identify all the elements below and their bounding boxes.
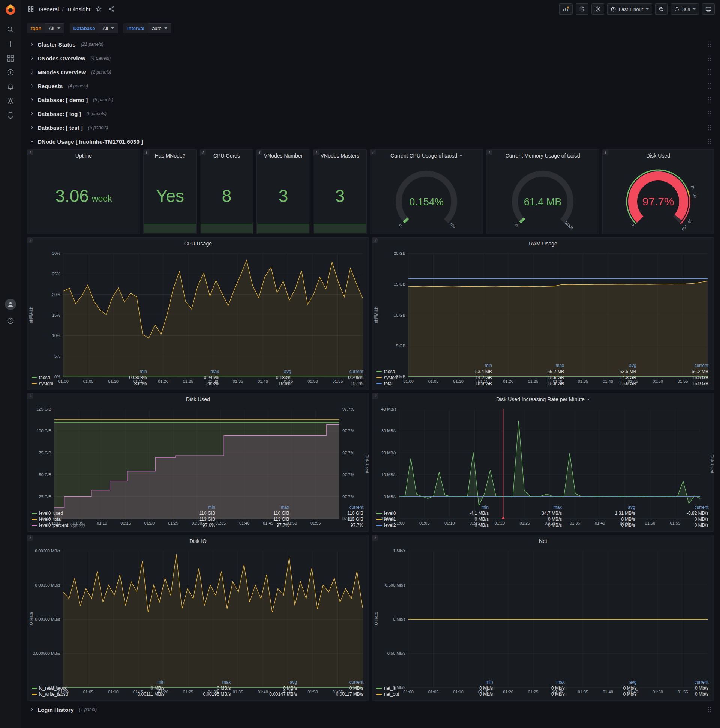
panel-info-icon[interactable]: i xyxy=(27,535,33,541)
legend-column-max[interactable]: max xyxy=(166,679,232,685)
panel-title[interactable]: VNodes Number xyxy=(264,153,303,159)
row-cluster-status[interactable]: Cluster Status (21 panels) xyxy=(27,38,714,50)
legend-column-current[interactable]: current xyxy=(638,362,710,369)
panel-title[interactable]: Net xyxy=(539,538,547,544)
refresh-button[interactable]: 30s xyxy=(671,3,699,15)
panel-title[interactable]: Disk IO xyxy=(189,538,207,544)
filter-value-database[interactable]: All xyxy=(99,23,118,34)
search-icon[interactable] xyxy=(3,23,18,37)
time-range-picker[interactable]: Last 1 hour xyxy=(607,3,652,15)
panel-info-icon[interactable]: i xyxy=(143,150,149,155)
panel-info-icon[interactable]: i xyxy=(487,150,492,155)
zoom-out-button[interactable] xyxy=(655,3,668,15)
legend-series-level0_total[interactable]: level0_total xyxy=(31,516,143,522)
legend-series-level1[interactable]: level1 xyxy=(376,516,417,522)
legend-column-min[interactable]: min xyxy=(100,679,166,685)
legend-column-min[interactable]: min xyxy=(423,679,495,685)
panel-info-icon[interactable]: i xyxy=(200,150,206,155)
legend-column-avg[interactable]: avg xyxy=(221,369,293,375)
share-icon[interactable] xyxy=(107,5,116,14)
legend-column-current[interactable]: current xyxy=(299,679,365,685)
chart-plot[interactable]: 20 GB15 GB10 GB5 GB0 MB01:0001:0501:1001… xyxy=(372,249,714,362)
row-drag-handle[interactable] xyxy=(707,110,712,117)
panel-info-icon[interactable]: i xyxy=(372,237,378,243)
grafana-logo-icon[interactable] xyxy=(4,3,17,16)
panel-info-icon[interactable]: i xyxy=(257,150,262,155)
legend-series-io_write_taosd[interactable]: io_write_taosd xyxy=(31,691,100,697)
legend-column-min[interactable]: min xyxy=(421,362,493,369)
row-database-test[interactable]: Database: [ test ] (5 panels) xyxy=(27,122,714,134)
legend-column-current[interactable]: current xyxy=(637,504,710,510)
row-drag-handle[interactable] xyxy=(707,96,712,103)
row-drag-handle[interactable] xyxy=(707,41,712,47)
row-drag-handle[interactable] xyxy=(707,138,712,145)
panel-info-icon[interactable]: i xyxy=(603,150,608,155)
chart-plot[interactable]: 125 GiB100 GiB75 GiB50 GiB25 GiB0 GiB97.… xyxy=(27,405,369,503)
user-avatar[interactable] xyxy=(5,299,16,310)
explore-compass-icon[interactable] xyxy=(3,65,18,80)
panel-title[interactable]: Current Memory Usage of taosd xyxy=(505,153,580,159)
legend-column-avg[interactable]: avg xyxy=(563,504,636,510)
chart-plot[interactable]: 1 Mb/s0.500 Mb/s0 Mb/s-0.50 Mb/s-1 Mb/s0… xyxy=(372,547,714,679)
panel-title[interactable]: Current CPU Usage of taosd xyxy=(391,153,457,159)
breadcrumb-section[interactable]: General xyxy=(39,6,59,12)
dashboards-icon[interactable] xyxy=(3,51,18,65)
legend-column-max[interactable]: max xyxy=(494,362,566,369)
panel-title[interactable]: Uptime xyxy=(75,153,92,159)
server-admin-shield-icon[interactable] xyxy=(3,108,18,122)
panel-title[interactable]: Has MNode? xyxy=(155,153,186,159)
legend-series-level2[interactable]: level2 xyxy=(376,522,417,528)
legend-column-max[interactable]: max xyxy=(148,369,221,375)
create-plus-icon[interactable] xyxy=(3,37,18,51)
legend-series-system[interactable]: system xyxy=(376,375,421,381)
help-icon[interactable]: ? xyxy=(3,314,18,328)
row-mnodes-overview[interactable]: MNodes Overview (2 panels) xyxy=(27,66,714,78)
legend-column-current[interactable]: current xyxy=(638,679,710,685)
legend-column-avg[interactable]: avg xyxy=(566,362,638,369)
legend-column-current[interactable]: current xyxy=(291,504,365,510)
row-database-log[interactable]: Database: [ log ] (5 panels) xyxy=(27,108,714,120)
legend-series-net_out[interactable]: net_out xyxy=(376,691,423,697)
panel-title[interactable]: CPU Usage xyxy=(184,240,212,246)
save-dashboard-button[interactable] xyxy=(576,3,588,15)
legend-column-max[interactable]: max xyxy=(490,504,563,510)
row-drag-handle[interactable] xyxy=(707,83,712,89)
panel-info-icon[interactable]: i xyxy=(372,393,378,399)
legend-series-taosd[interactable]: taosd xyxy=(31,375,76,381)
panel-info-icon[interactable]: i xyxy=(314,150,319,155)
legend-column-current[interactable]: current xyxy=(293,369,365,375)
panel-title[interactable]: Disk Used Increasing Rate per Minute xyxy=(496,396,585,402)
panel-title[interactable]: Disk Used xyxy=(646,153,670,159)
configuration-gear-icon[interactable] xyxy=(3,94,18,108)
legend-series-total[interactable]: total xyxy=(376,381,421,387)
row-dnodes-overview[interactable]: DNodes Overview (4 panels) xyxy=(27,52,714,64)
star-icon[interactable] xyxy=(94,5,103,14)
panel-info-icon[interactable]: i xyxy=(27,393,33,399)
legend-column-avg[interactable]: avg xyxy=(232,679,299,685)
legend-series-level0_percent[interactable]: level0_percent (right-y) xyxy=(31,522,143,528)
page-title[interactable]: TDinsight xyxy=(67,6,90,12)
row-login-history[interactable]: Login History (1 panel) xyxy=(27,704,714,716)
panel-info-icon[interactable]: i xyxy=(370,150,376,155)
row-drag-handle[interactable] xyxy=(707,124,712,131)
legend-column-min[interactable]: min xyxy=(76,369,148,375)
row-dnode-usage[interactable]: DNode Usage [ huolinhe-TM1701:6030 ] xyxy=(27,136,714,147)
dashboard-settings-button[interactable] xyxy=(591,3,604,15)
row-drag-handle[interactable] xyxy=(707,69,712,75)
row-drag-handle[interactable] xyxy=(707,55,712,61)
legend-series-net_in[interactable]: net_in xyxy=(376,685,423,691)
legend-column-avg[interactable]: avg xyxy=(566,679,638,685)
chart-plot[interactable]: 30%25%20%15%10%5%0%01:0001:0501:1001:150… xyxy=(27,249,369,368)
legend-column-min[interactable]: min xyxy=(143,504,217,510)
alerting-bell-icon[interactable] xyxy=(3,80,18,94)
add-panel-button[interactable] xyxy=(559,3,573,15)
filter-value-interval[interactable]: auto xyxy=(148,23,171,34)
legend-series-level0[interactable]: level0 xyxy=(376,510,417,516)
panel-title[interactable]: CPU Cores xyxy=(214,153,240,159)
legend-column-min[interactable]: min xyxy=(417,504,490,510)
panel-title[interactable]: Disk Used xyxy=(186,396,210,402)
legend-series-io_read_taosd[interactable]: io_read_taosd xyxy=(31,685,100,691)
panel-title[interactable]: VNodes Masters xyxy=(320,153,359,159)
legend-series-taosd[interactable]: taosd xyxy=(376,369,421,375)
legend-column-max[interactable]: max xyxy=(494,679,566,685)
